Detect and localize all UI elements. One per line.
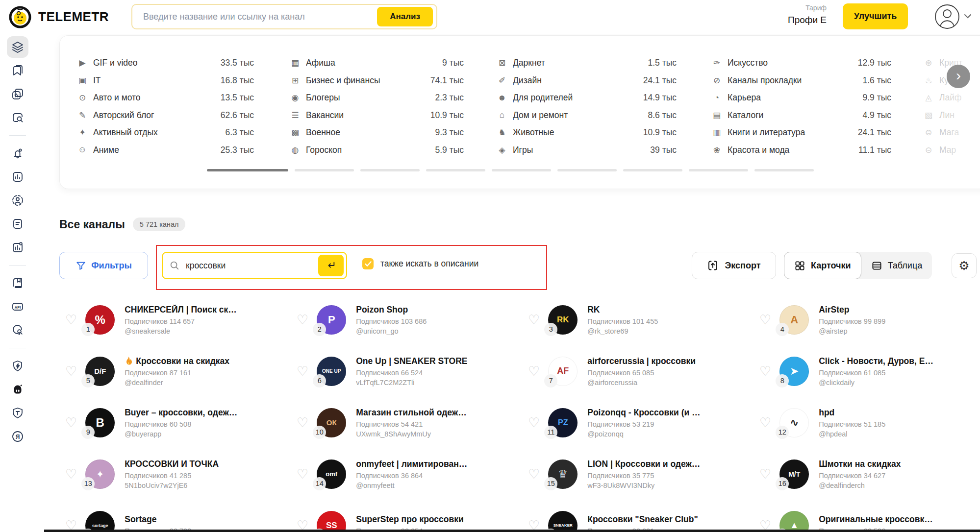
sidebar-icon-bookmark[interactable]: [7, 60, 28, 81]
sidebar-icon-star-cards[interactable]: [7, 83, 28, 105]
account-chevron-down-icon[interactable]: [964, 14, 972, 19]
channel-search-input[interactable]: кроссовки: [162, 252, 347, 279]
category-item[interactable]: ▦ Афиша 9 тыс: [289, 54, 464, 72]
channel-name[interactable]: Poizon Shop: [356, 305, 427, 315]
export-button[interactable]: Экспорт: [692, 252, 776, 279]
channel-name[interactable]: Кроссовки "Sneaker Club": [587, 514, 698, 525]
favorite-heart-icon[interactable]: ♡: [297, 312, 308, 328]
category-item[interactable]: ▧ Лин: [923, 107, 980, 124]
channel-card[interactable]: ♡ % 1 СНИКЕРСЕЙЛ | Поиск ск… Подписчиков…: [59, 294, 291, 345]
carousel-progress[interactable]: [207, 169, 814, 171]
channel-name[interactable]: One Up | SNEAKER STORE: [356, 356, 467, 366]
channel-name[interactable]: Шмотки на скидках: [819, 459, 901, 469]
settings-gear-button[interactable]: ⚙: [952, 253, 977, 278]
channel-card[interactable]: ♡ SS 18 SuperStep про кроссовки Подписчи…: [291, 500, 522, 532]
view-cards-tab[interactable]: Карточки: [784, 252, 861, 279]
search-submit-button[interactable]: [318, 255, 344, 276]
channel-card[interactable]: ♡ A 4 AirStep Подписчиков 99 899: [754, 294, 980, 345]
category-item[interactable]: ☻ Для родителей 14.9 тыс: [496, 89, 677, 107]
channel-name[interactable]: onmyfeet | лимитирован…: [356, 459, 467, 469]
category-item[interactable]: ✎ Авторский блог 62.6 тыс: [76, 107, 254, 124]
channel-name[interactable]: Кроссовки на скидках: [125, 356, 229, 366]
view-table-tab[interactable]: Таблица: [861, 252, 932, 279]
channel-card[interactable]: ♡ ▲ 20 Оригинальные кроссовк… Подписчико…: [754, 500, 980, 532]
category-item[interactable]: ◍ Гороскоп 5.9 тыс: [289, 142, 464, 159]
favorite-heart-icon[interactable]: ♡: [65, 466, 77, 482]
category-item[interactable]: ⊞ Бизнес и финансы 74.1 тыс: [289, 72, 464, 90]
sidebar-icon-shield-bolt[interactable]: [7, 355, 28, 377]
sidebar-icon-book[interactable]: [7, 272, 28, 294]
category-item[interactable]: ✐ Дизайн 24.1 тыс: [496, 72, 677, 90]
channel-card[interactable]: ♡ sortage 17 Sortage Подписчиков 33 733: [59, 500, 291, 532]
channel-name[interactable]: RK: [587, 305, 658, 315]
channel-name[interactable]: SuperStep про кроссовки: [356, 514, 464, 525]
channel-card[interactable]: ♡ SNEAKER 19 Кроссовки "Sneaker Club" По…: [522, 500, 754, 532]
category-item[interactable]: ☰ Вакансии 10.9 тыс: [289, 107, 464, 124]
sidebar-icon-notepad[interactable]: [7, 213, 28, 235]
category-item[interactable]: ⊙ Авто и мото 13.5 тыс: [76, 89, 254, 107]
channel-name[interactable]: Магазин стильной одеж…: [356, 408, 466, 418]
channel-card[interactable]: ♡ M/T 16 Шмотки на скидках Подписчиков 3…: [754, 448, 980, 500]
category-item[interactable]: ▣ IT 16.8 тыс: [76, 72, 254, 90]
channel-card[interactable]: ♡ P 2 Poizon Shop Подписчиков 103 686: [291, 294, 522, 345]
category-item[interactable]: ▩ Военное 9.3 тыс: [289, 124, 464, 142]
channel-card[interactable]: ♡ B 9 Buyer – кроссовки, одеж… Подписчик…: [59, 397, 291, 448]
category-item[interactable]: ◈ Игры 39 тыс: [496, 142, 677, 159]
favorite-heart-icon[interactable]: ♡: [528, 363, 540, 379]
favorite-heart-icon[interactable]: ♡: [297, 415, 308, 431]
favorite-heart-icon[interactable]: ♡: [65, 363, 77, 379]
category-item[interactable]: ♞ Животные 10.9 тыс: [496, 124, 677, 142]
header-search[interactable]: Введите название или ссылку на канал Ана…: [131, 4, 437, 29]
category-item[interactable]: ◔ Карьера 9.9 тыс: [711, 89, 891, 107]
category-item[interactable]: ✦ Активный отдых 6.3 тыс: [76, 124, 254, 142]
category-item[interactable]: ▤ Каталоги 4.9 тыс: [711, 107, 891, 124]
channel-card[interactable]: ♡ ✦ 13 КРОССОВКИ И ТОЧКА Подписчиков 41 …: [59, 448, 291, 500]
category-item[interactable]: ✑ Искусство 12.9 тыс: [711, 54, 891, 72]
channel-name[interactable]: Buyer – кроссовки, одеж…: [125, 408, 237, 418]
sidebar-icon-bell[interactable]: [7, 143, 28, 164]
channel-card[interactable]: ♡ PZ 11 Poizonqq - Кроссовки (и … Подпис…: [522, 397, 754, 448]
filters-button[interactable]: Фильтры: [59, 252, 148, 279]
channel-name[interactable]: Sortage: [125, 514, 191, 525]
channel-name[interactable]: СНИКЕРСЕЙЛ | Поиск ск…: [125, 305, 237, 315]
favorite-heart-icon[interactable]: ♡: [528, 415, 540, 431]
sidebar-icon-shield-t[interactable]: [7, 402, 28, 424]
favorite-heart-icon[interactable]: ♡: [65, 415, 77, 431]
channel-name[interactable]: Poizonqq - Кроссовки (и …: [587, 408, 700, 418]
category-item[interactable]: ⊝ Мар: [923, 142, 980, 159]
channel-card[interactable]: ♡ ♛ 15 LION | Кроссовки и одеж… Подписчи…: [522, 448, 754, 500]
channel-card[interactable]: ♡ ➤ 8 Click - Новости, Дуров, Е… Подписч…: [754, 345, 980, 397]
category-item[interactable]: ⊘ Каналы прокладки 1.6 тыс: [711, 72, 891, 90]
favorite-heart-icon[interactable]: ♡: [297, 363, 308, 379]
analyze-button[interactable]: Анализ: [377, 7, 433, 26]
favorite-heart-icon[interactable]: ♡: [759, 415, 771, 431]
channel-card[interactable]: ♡ ОК 10 Магазин стильной одеж… Подписчик…: [291, 397, 522, 448]
channel-card[interactable]: ♡ AF 7 airforcerussia | кроссовки Подпис…: [522, 345, 754, 397]
channel-card[interactable]: ♡ ∿ 12 hpd Подписчиков 51 185 @h: [754, 397, 980, 448]
sidebar-icon-chart-badge[interactable]: [7, 237, 28, 258]
category-item[interactable]: ☺ Аниме 25.3 тыс: [76, 142, 254, 159]
channel-card[interactable]: ♡ ONE UP 6 One Up | SNEAKER STORE Подпис…: [291, 345, 522, 397]
favorite-heart-icon[interactable]: ♡: [65, 312, 77, 328]
sidebar-icon-bar-chart[interactable]: [7, 166, 28, 188]
search-description-option[interactable]: также искать в описании: [362, 258, 478, 269]
category-item[interactable]: ▶ GIF и video 33.5 тыс: [76, 54, 254, 72]
carousel-next-button[interactable]: ›: [947, 65, 970, 88]
sidebar-icon-person-scan[interactable]: [7, 190, 28, 211]
user-avatar[interactable]: [934, 4, 960, 29]
category-item[interactable]: ◉ Блогеры 2.3 тыс: [289, 89, 464, 107]
channel-name[interactable]: airforcerussia | кроссовки: [587, 356, 696, 366]
favorite-heart-icon[interactable]: ♡: [759, 466, 771, 482]
checkbox-checked[interactable]: [362, 258, 374, 269]
channel-name[interactable]: hpd: [819, 408, 885, 418]
favorite-heart-icon[interactable]: ♡: [759, 312, 771, 328]
favorite-heart-icon[interactable]: ♡: [528, 312, 540, 328]
sidebar-icon-robot[interactable]: [7, 379, 28, 400]
upgrade-button[interactable]: Улучшить: [843, 3, 908, 29]
sidebar-icon-yandex[interactable]: Я: [7, 426, 28, 447]
channel-name[interactable]: LION | Кроссовки и одеж…: [587, 459, 700, 469]
sidebar-icon-doc-search[interactable]: [7, 107, 28, 128]
category-item[interactable]: ▥ Книги и литература 24.1 тыс: [711, 124, 891, 142]
channel-name[interactable]: КРОССОВКИ И ТОЧКА: [125, 459, 219, 469]
category-item[interactable]: ◬ Лайф: [923, 89, 980, 107]
